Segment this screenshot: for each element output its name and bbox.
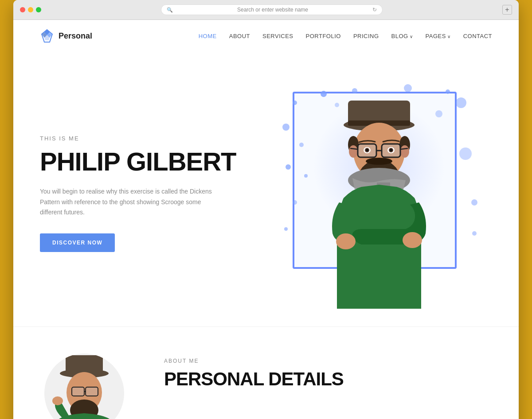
nav-item-home[interactable]: HOME [199, 32, 217, 40]
svg-rect-53 [86, 387, 98, 396]
nav-item-contact[interactable]: CONTACT [463, 32, 492, 40]
svg-point-30 [400, 145, 409, 158]
discover-now-button[interactable]: DISCOVER NOW [40, 233, 115, 252]
about-section: ABOUT ME PERSONAL DETAILS [13, 326, 519, 419]
person-figure [308, 83, 450, 309]
nav-links: HOME ABOUT SERVICES PORTFOLIO PRICING BL… [199, 32, 492, 40]
about-image-area [40, 353, 129, 419]
nav-item-services[interactable]: SERVICES [262, 32, 293, 40]
svg-point-29 [349, 145, 358, 158]
hero-description: You will begin to realise why this exerc… [40, 186, 217, 218]
svg-point-44 [390, 149, 392, 151]
svg-point-11 [282, 124, 289, 131]
svg-point-33 [366, 158, 392, 165]
new-tab-button[interactable]: + [502, 5, 512, 15]
browser-frame: 🔍 Search or enter website name ↻ + Perso… [13, 0, 519, 419]
browser-chrome: 🔍 Search or enter website name ↻ + [13, 0, 519, 20]
svg-point-47 [403, 232, 422, 248]
svg-point-13 [286, 164, 291, 170]
maximize-button[interactable] [36, 7, 41, 12]
nav-link-contact[interactable]: CONTACT [463, 33, 492, 39]
svg-rect-52 [72, 387, 84, 396]
navbar: Personal HOME ABOUT SERVICES PORTFOLIO P… [13, 20, 519, 52]
hero-name: PHILIP GILBERT [40, 148, 266, 175]
nav-link-blog[interactable]: BLOG [391, 33, 413, 39]
about-title: PERSONAL DETAILS [164, 369, 492, 390]
nav-item-blog[interactable]: BLOG [391, 32, 413, 40]
refresh-icon[interactable]: ↻ [372, 7, 377, 13]
address-text: Search or enter website name [176, 7, 370, 13]
search-icon: 🔍 [167, 7, 173, 13]
svg-point-41 [366, 149, 368, 151]
about-eyebrow: ABOUT ME [164, 358, 492, 364]
svg-point-17 [471, 199, 477, 206]
nav-link-portfolio[interactable]: PORTFOLIO [306, 33, 341, 39]
about-avatar [44, 353, 124, 419]
about-content: ABOUT ME PERSONAL DETAILS [164, 353, 492, 390]
logo-text: Personal [59, 31, 92, 41]
logo-icon [40, 29, 54, 43]
about-person-mini-svg [44, 353, 124, 419]
svg-point-46 [336, 233, 356, 249]
website-content: Personal HOME ABOUT SERVICES PORTFOLIO P… [13, 20, 519, 419]
svg-point-18 [284, 227, 288, 231]
nav-link-pages[interactable]: PAGES [426, 33, 451, 39]
nav-link-pricing[interactable]: PRICING [353, 33, 379, 39]
nav-item-about[interactable]: ABOUT [229, 32, 250, 40]
browser-dots [20, 7, 41, 12]
hero-eyebrow: THIS IS ME [40, 135, 266, 142]
logo-area[interactable]: Personal [40, 29, 92, 43]
nav-link-home[interactable]: HOME [199, 33, 217, 39]
svg-rect-49 [66, 355, 103, 374]
nav-item-pricing[interactable]: PRICING [353, 32, 379, 40]
address-bar[interactable]: 🔍 Search or enter website name ↻ [161, 4, 383, 15]
nav-item-portfolio[interactable]: PORTFOLIO [306, 32, 341, 40]
close-button[interactable] [20, 7, 25, 12]
hero-section: THIS IS ME PHILIP GILBERT You will begin… [13, 52, 519, 326]
hero-image-area [266, 78, 492, 309]
svg-point-55 [52, 396, 63, 405]
svg-point-16 [459, 147, 472, 160]
hero-content: THIS IS ME PHILIP GILBERT You will begin… [40, 135, 266, 252]
nav-link-about[interactable]: ABOUT [229, 33, 250, 39]
svg-point-10 [456, 97, 466, 108]
minimize-button[interactable] [28, 7, 33, 12]
nav-link-services[interactable]: SERVICES [262, 33, 293, 39]
nav-item-pages[interactable]: PAGES [426, 32, 451, 40]
svg-point-19 [472, 231, 477, 236]
